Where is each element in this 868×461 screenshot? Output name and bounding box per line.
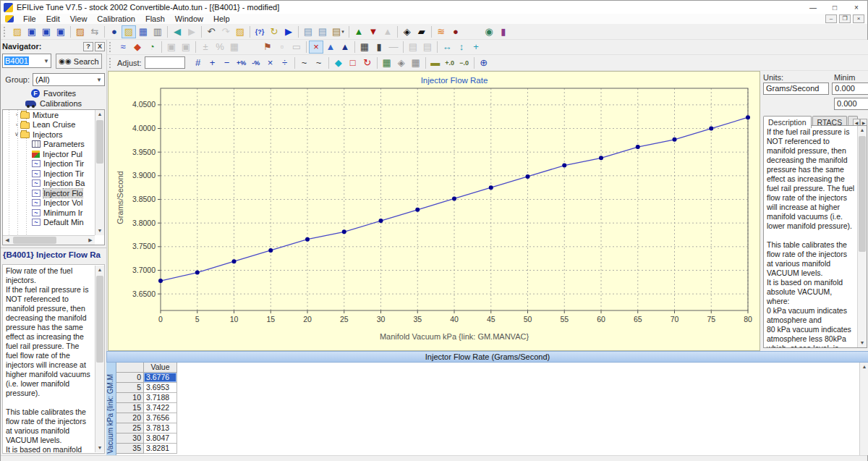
cone-up-icon[interactable]: ▲ [323,41,338,54]
table-row-header[interactable]: 25 [116,423,144,433]
flag-marker-icon[interactable]: ⚑ [260,41,275,54]
increment-icon[interactable]: + [205,56,220,69]
vehicle-info-icon[interactable]: ● [107,25,122,38]
divide-icon[interactable]: ÷ [278,56,292,69]
clear-markers-icon[interactable]: × [309,41,323,54]
table-cell[interactable]: 3.7188 [144,393,177,403]
tree-item-injection-tir[interactable]: ~Injection Tir [3,159,104,169]
save-file-icon[interactable]: ▣ [25,25,39,38]
scroll-left-icon[interactable]: ◀ [3,236,12,245]
close-button[interactable]: × [846,1,867,14]
chart-plot[interactable]: 051015202530354045505560657075803.65003.… [109,72,760,350]
cursor-bar-icon[interactable]: ▮ [372,41,386,54]
tree-item-injector-vol[interactable]: ~Injector Vol [3,198,104,208]
description-scrollbar[interactable]: ▲ ▼ [95,266,104,452]
erase-flash-icon[interactable]: ≋ [434,25,448,38]
table-cell[interactable]: 3.6953 [144,383,177,393]
scroll-up-icon[interactable]: ▲ [858,126,867,135]
table-row-header[interactable]: 20 [116,413,144,423]
tree-item-injector-pul[interactable]: Injector Pul [3,149,104,159]
smooth-curve-icon[interactable]: ~ [297,56,312,69]
select-3d-icon[interactable]: ◈ [394,56,409,69]
tree-expand-icon[interactable]: ∨ [13,131,20,138]
rotate-region-icon[interactable]: ↻ [360,56,375,69]
3d-view-icon[interactable]: ◆ [130,41,145,54]
decrement-percent-icon[interactable]: -% [249,56,263,69]
scroll-down-icon[interactable]: ▼ [858,339,867,347]
mdi-close-button[interactable]: × [853,14,864,23]
open-calibration-icon[interactable]: ▨ [73,25,88,38]
refresh-icon[interactable]: ↻ [267,25,281,38]
scroll-up-icon[interactable]: ▲ [95,266,104,274]
chart-panel[interactable]: Injector Flow Rate Grams/Second 05101520… [108,71,760,351]
table-row-header[interactable]: 35 [116,444,144,454]
table-row-header[interactable]: 5 [116,383,144,393]
expand-vertical-icon[interactable]: ↕ [454,41,469,54]
decrement-icon[interactable]: − [220,56,234,69]
web-browser-icon[interactable]: ◉ [482,25,496,38]
navigator-toggle-icon[interactable]: ▨ [122,25,136,38]
smooth-selection-icon[interactable]: ~ [312,56,326,69]
table-row-header[interactable]: 10 [116,393,144,403]
tree-item-default-min[interactable]: ~Default Min [3,218,104,228]
set-value-icon[interactable]: # [191,56,205,69]
menu-calibration[interactable]: Calibration [92,14,140,23]
table-cell[interactable]: 3.7656 [144,413,177,423]
tree-item-injection-ba[interactable]: ~Injection Ba [3,179,104,189]
copy-icon[interactable]: ▤ [301,25,315,38]
calibrations-row[interactable]: Calibrations [1,98,106,109]
adjust-input[interactable] [145,56,185,69]
menu-file[interactable]: File [18,14,41,23]
chevron-down-icon[interactable]: ▼ [43,58,49,64]
group-select[interactable]: (All) ▼ [33,73,105,86]
chart-view-icon[interactable]: ≈ [116,41,130,54]
tree-vertical-scrollbar[interactable]: ▲ ▼ [95,110,104,235]
select-region-icon[interactable]: □ [346,56,360,69]
copy-special-icon[interactable]: ▤ [315,25,330,38]
tree-item-minimum-ir[interactable]: ~Minimum Ir [3,208,104,218]
tree-item-lean-cruise[interactable]: ›Lean Cruise [3,120,104,130]
scroll-down-icon[interactable]: ▼ [95,227,104,235]
chevron-down-icon[interactable]: ▼ [96,77,102,83]
scroll-up-icon[interactable]: ▲ [95,110,104,119]
right-description-scrollbar[interactable]: ▲ ▼ [857,126,867,347]
tree-item-injection-tir[interactable]: ~Injection Tir [3,169,104,179]
scroll-thumb[interactable] [859,136,866,252]
interpolate-icon[interactable]: ◆ [331,56,346,69]
scroll-thumb[interactable] [13,237,56,244]
tree-expand-icon[interactable]: › [13,111,20,118]
help-book-icon[interactable]: ▮ [496,25,511,38]
paste-icon[interactable]: ▤▾ [330,25,346,38]
dropdown-arrow-icon[interactable]: ▾ [341,25,344,38]
scroll-right-icon[interactable]: ▶ [86,236,95,245]
menu-window[interactable]: Window [170,14,208,23]
scroll-thumb[interactable] [96,276,103,363]
tree-item-parameters[interactable]: Parameters [3,140,104,150]
parameter-help-icon[interactable]: {?} [252,25,267,38]
navigator-close-button[interactable]: X [95,42,105,51]
minimum-value-1[interactable]: 0.000 [832,83,868,95]
decimals-more-icon[interactable]: +.0 [443,56,457,69]
table-row-header[interactable]: 15 [116,403,144,413]
nav-back-icon[interactable]: ◀ [170,25,184,38]
tree-item-injectors[interactable]: ∨Injectors [3,130,104,140]
table-cell[interactable]: 3.8281 [144,444,177,454]
calibration-list-icon[interactable]: ▦ [136,25,150,38]
window-properties-icon[interactable]: ▥ [150,25,165,38]
edit-calibration-icon[interactable]: ▨ [233,25,247,38]
full-flash-icon[interactable]: ● [448,25,463,38]
color-map-icon[interactable]: ▦ [380,56,394,69]
table-row-header[interactable]: 30 [116,433,144,444]
table-cell[interactable]: 3.7813 [144,423,177,433]
run-icon[interactable]: ▶ [281,25,296,38]
bench-tools-icon[interactable]: ◈ [400,25,414,38]
units-value[interactable]: Grams/Second [763,83,829,95]
tree-item-mixture[interactable]: ›Mixture [3,110,104,120]
expand-horizontal-icon[interactable]: ↔ [440,41,454,54]
scroll-up-icon[interactable]: ▲ [860,363,868,371]
search-button[interactable]: ◉◉ Search [56,54,102,69]
multiply-icon[interactable]: × [263,56,278,69]
minimize-button[interactable]: — [802,1,824,14]
tab-description[interactable]: Description [763,116,812,128]
table-scrollbar[interactable]: ▲ [859,363,868,455]
